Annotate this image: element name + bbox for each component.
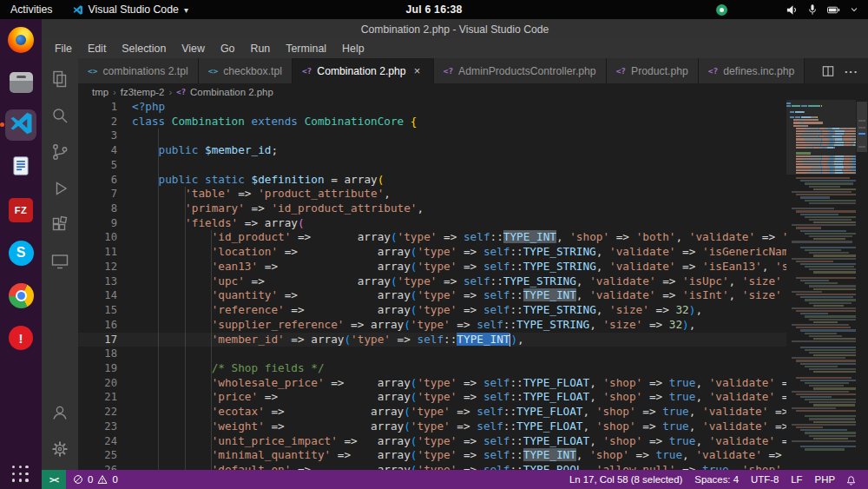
minimap[interactable]: [786, 100, 856, 470]
window-titlebar[interactable]: Combination 2.php - Visual Studio Code: [42, 19, 868, 39]
vscode-mini-icon: [72, 4, 83, 16]
app-indicator-icon[interactable]: [716, 4, 727, 16]
file-type-php-icon: [444, 66, 453, 76]
code-token: 'supplier_reference': [212, 318, 345, 331]
minimap-token: [796, 261, 833, 262]
breadcrumb-item-combination-2-php[interactable]: Combination 2.php: [190, 87, 273, 97]
chevron-down-icon[interactable]: [849, 4, 859, 15]
minimap-token: [800, 230, 846, 232]
line-number: 5: [78, 158, 132, 173]
code-token: [245, 173, 252, 186]
menu-selection[interactable]: Selection: [114, 43, 174, 55]
status-eol[interactable]: LF: [786, 474, 807, 485]
minimap-token: [800, 180, 856, 182]
tabs: combinations 2.tplcheckbox.tplCombinatio…: [78, 58, 812, 83]
code-token: Combination: [172, 115, 245, 128]
microphone-icon[interactable]: [806, 3, 819, 16]
minimap-token: [813, 438, 848, 439]
activity-account[interactable]: [42, 400, 78, 428]
activity-extensions[interactable]: [42, 212, 78, 241]
activity-explorer[interactable]: [42, 66, 78, 95]
minimap-token: [813, 188, 856, 190]
minimap-token: [809, 385, 844, 387]
code-token: 'wholesale_price': [212, 376, 325, 389]
menu-help[interactable]: Help: [334, 43, 372, 55]
activity-run-debug[interactable]: [42, 175, 78, 204]
minimap-token: [800, 313, 828, 314]
dock-item-files[interactable]: [5, 67, 36, 98]
tab-adminproductscontroller-php[interactable]: AdminProductsController.php: [434, 58, 607, 83]
code-token: =>: [642, 376, 669, 389]
scrollbar[interactable]: [856, 100, 868, 470]
menu-terminal[interactable]: Terminal: [278, 43, 334, 55]
file-type-tpl-icon: [88, 66, 97, 76]
dock-item-writer[interactable]: [5, 152, 36, 183]
minimap-indent: [786, 380, 800, 381]
breadcrumb-item-fz3temp-2[interactable]: fz3temp-2: [121, 87, 165, 97]
tab-combinations-2-tpl[interactable]: combinations 2.tpl: [78, 58, 199, 83]
code-token: [404, 115, 411, 128]
grid-dot: [12, 466, 15, 468]
close-tab-icon[interactable]: [411, 64, 424, 77]
tab-defines-inc-php[interactable]: defines.inc.php: [699, 58, 805, 83]
dock-item-chrome[interactable]: [5, 280, 36, 311]
volume-icon[interactable]: [786, 3, 799, 17]
tab-combination-2-php[interactable]: Combination 2.php: [293, 58, 434, 83]
menu-file[interactable]: File: [47, 43, 80, 55]
line-number: 20: [78, 376, 132, 391]
code-token: 'validate': [609, 245, 675, 258]
line-number: 1: [78, 100, 132, 115]
status-encoding[interactable]: UTF-8: [746, 474, 784, 485]
dock-item-filezilla[interactable]: FZ: [5, 195, 36, 226]
minimap-token: [800, 280, 829, 281]
code-editor[interactable]: 1<?php2class Combination extends Combina…: [78, 100, 786, 470]
code-token: 'shop': [596, 405, 636, 418]
status-language-mode[interactable]: PHP: [810, 474, 840, 485]
code-line: 13 'upc' => array('type' => self::TYPE_S…: [78, 274, 786, 289]
more-actions-icon[interactable]: [845, 63, 858, 79]
line-number: 4: [78, 143, 132, 158]
line-number: 16: [78, 318, 132, 333]
menu-edit[interactable]: Edit: [80, 43, 114, 55]
remote-indicator[interactable]: [42, 470, 66, 489]
minimap-token: [809, 319, 856, 320]
code-token: self: [477, 405, 503, 418]
split-editor-icon[interactable]: [822, 65, 834, 77]
code-token: 'shop': [596, 420, 636, 433]
clock[interactable]: Jul 6 16:38: [405, 3, 462, 16]
code-token: ,: [762, 260, 775, 273]
dock-item-firefox[interactable]: [5, 24, 36, 56]
dock-item-alert[interactable]: !: [5, 322, 36, 354]
menu-go[interactable]: Go: [213, 43, 243, 55]
battery-icon[interactable]: [826, 3, 841, 17]
minimap-slider[interactable]: [786, 100, 856, 175]
dock-item-skype[interactable]: S: [5, 237, 36, 268]
activity-search[interactable]: [42, 102, 78, 131]
activity-settings[interactable]: [42, 436, 78, 465]
show-applications-button[interactable]: [12, 466, 30, 483]
status-indentation[interactable]: Spaces: 4: [689, 474, 744, 485]
breadcrumb-item-tmp[interactable]: tmp: [92, 87, 108, 97]
tab-checkbox-tpl[interactable]: checkbox.tpl: [199, 58, 293, 83]
tab-product-php[interactable]: Product.php: [607, 58, 699, 83]
notifications-bell-icon[interactable]: [842, 474, 860, 486]
minimap-token: [796, 277, 856, 279]
app-menu[interactable]: Visual Studio Code: [63, 3, 197, 16]
skype-icon: S: [9, 241, 34, 266]
activity-source-control[interactable]: [42, 139, 78, 168]
code-token: =>: [450, 318, 477, 331]
problems-status[interactable]: 0 0: [66, 474, 118, 485]
minimap-indent: [786, 202, 809, 204]
line-number: 15: [78, 303, 132, 318]
menu-view[interactable]: View: [174, 43, 213, 55]
menu-run[interactable]: Run: [242, 43, 278, 55]
minimap-token: [805, 216, 856, 218]
code-token: 'shop': [589, 448, 629, 461]
code-token: ,: [729, 288, 742, 301]
minimap-token: [813, 404, 855, 406]
status-cursor-position[interactable]: Ln 17, Col 58 (8 selected): [564, 474, 687, 485]
activities-button[interactable]: Activities: [0, 3, 63, 16]
activity-remote-explorer[interactable]: [42, 248, 78, 277]
dock-item-vscode[interactable]: [5, 109, 36, 141]
minimap-indent: [786, 200, 805, 202]
